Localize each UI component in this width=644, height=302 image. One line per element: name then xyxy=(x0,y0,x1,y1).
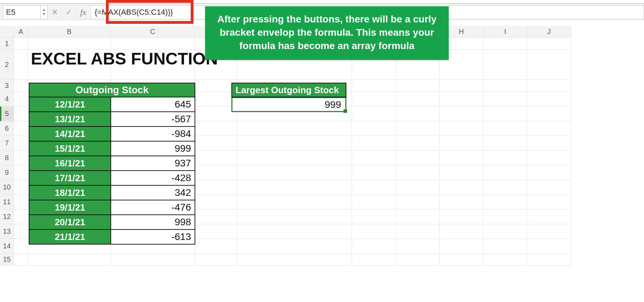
row-header-12[interactable]: 12 xyxy=(0,210,14,224)
cell-A8[interactable] xyxy=(14,151,28,165)
cell-I14[interactable] xyxy=(483,239,527,254)
cell-J15[interactable] xyxy=(527,254,571,266)
cell-J1[interactable] xyxy=(527,38,571,50)
cell-H7[interactable] xyxy=(440,136,483,151)
row-header-6[interactable]: 6 xyxy=(0,121,14,136)
column-header-I[interactable]: I xyxy=(483,26,527,38)
cell-F11[interactable] xyxy=(352,195,396,210)
cell-F15[interactable] xyxy=(352,254,396,266)
cell-D9[interactable] xyxy=(195,165,237,180)
cell-I10[interactable] xyxy=(483,180,527,195)
cell-J4[interactable] xyxy=(527,92,571,107)
cell-D11[interactable] xyxy=(195,195,237,210)
cell-F7[interactable] xyxy=(352,136,396,151)
cell-E11[interactable] xyxy=(237,195,352,210)
cell-A6[interactable] xyxy=(14,121,28,136)
cell-A2[interactable] xyxy=(14,50,28,80)
cell-J11[interactable] xyxy=(527,195,571,210)
cell-I7[interactable] xyxy=(483,136,527,151)
row-header-4[interactable]: 4 xyxy=(0,92,14,107)
cell-D12[interactable] xyxy=(195,210,237,224)
cell-A12[interactable] xyxy=(14,210,28,224)
row-header-9[interactable]: 9 xyxy=(0,165,14,180)
cell-J13[interactable] xyxy=(527,224,571,239)
cell-E7[interactable] xyxy=(237,136,352,151)
cell-I13[interactable] xyxy=(483,224,527,239)
row-header-11[interactable]: 11 xyxy=(0,195,14,210)
cell-A14[interactable] xyxy=(14,239,28,254)
cell-D3[interactable] xyxy=(195,80,237,92)
cell-G12[interactable] xyxy=(396,210,440,224)
cell-A3[interactable] xyxy=(14,80,28,92)
cell-A7[interactable] xyxy=(14,136,28,151)
cell-D8[interactable] xyxy=(195,151,237,165)
cell-I2[interactable] xyxy=(483,50,527,80)
select-all-corner[interactable] xyxy=(0,26,14,38)
row-header-8[interactable]: 8 xyxy=(0,151,14,165)
cell-D4[interactable] xyxy=(195,92,237,107)
cell-B1[interactable] xyxy=(28,38,111,50)
row-header-14[interactable]: 14 xyxy=(0,239,14,254)
cell-E13[interactable] xyxy=(237,224,352,239)
cell-G5[interactable] xyxy=(396,107,440,121)
cell-I11[interactable] xyxy=(483,195,527,210)
name-box[interactable]: E5 xyxy=(3,5,41,19)
row-header-13[interactable]: 13 xyxy=(0,224,14,239)
cell-J9[interactable] xyxy=(527,165,571,180)
cell-H5[interactable] xyxy=(440,107,483,121)
row-header-10[interactable]: 10 xyxy=(0,180,14,195)
cell-H11[interactable] xyxy=(440,195,483,210)
column-header-A[interactable]: A xyxy=(14,26,28,38)
cell-J3[interactable] xyxy=(527,80,571,92)
cell-F3[interactable] xyxy=(352,80,396,92)
cell-H9[interactable] xyxy=(440,165,483,180)
cell-I6[interactable] xyxy=(483,121,527,136)
cell-A10[interactable] xyxy=(14,180,28,195)
cell-J8[interactable] xyxy=(527,151,571,165)
cell-J7[interactable] xyxy=(527,136,571,151)
cell-F8[interactable] xyxy=(352,151,396,165)
cell-H10[interactable] xyxy=(440,180,483,195)
cell-G8[interactable] xyxy=(396,151,440,165)
row-header-5[interactable]: 5 xyxy=(0,107,14,121)
cell-F9[interactable] xyxy=(352,165,396,180)
cancel-formula-button[interactable]: ✕ xyxy=(48,5,62,19)
cell-I8[interactable] xyxy=(483,151,527,165)
cell-G4[interactable] xyxy=(396,92,440,107)
cell-D7[interactable] xyxy=(195,136,237,151)
cell-A11[interactable] xyxy=(14,195,28,210)
cell-J14[interactable] xyxy=(527,239,571,254)
cell-F10[interactable] xyxy=(352,180,396,195)
cell-I4[interactable] xyxy=(483,92,527,107)
cell-J5[interactable] xyxy=(527,107,571,121)
cell-B15[interactable] xyxy=(28,254,111,266)
cell-J2[interactable] xyxy=(527,50,571,80)
cell-H8[interactable] xyxy=(440,151,483,165)
row-header-1[interactable]: 1 xyxy=(0,38,14,50)
cell-G9[interactable] xyxy=(396,165,440,180)
cell-E9[interactable] xyxy=(237,165,352,180)
cell-A9[interactable] xyxy=(14,165,28,180)
cell-E12[interactable] xyxy=(237,210,352,224)
cell-G3[interactable] xyxy=(396,80,440,92)
row-header-15[interactable]: 15 xyxy=(0,254,14,266)
confirm-formula-button[interactable]: ✓ xyxy=(62,5,76,19)
row-header-2[interactable]: 2 xyxy=(0,50,14,80)
cell-D6[interactable] xyxy=(195,121,237,136)
cell-A13[interactable] xyxy=(14,224,28,239)
cell-G7[interactable] xyxy=(396,136,440,151)
formula-input[interactable]: {=MAX(ABS(C5:C14))} xyxy=(95,8,173,17)
cell-F14[interactable] xyxy=(352,239,396,254)
cell-H15[interactable] xyxy=(440,254,483,266)
cell-A5[interactable] xyxy=(14,107,28,121)
cell-J10[interactable] xyxy=(527,180,571,195)
cell-G14[interactable] xyxy=(396,239,440,254)
cell-H12[interactable] xyxy=(440,210,483,224)
column-header-C[interactable]: C xyxy=(111,26,195,38)
cell-G10[interactable] xyxy=(396,180,440,195)
cell-I1[interactable] xyxy=(483,38,527,50)
cell-I5[interactable] xyxy=(483,107,527,121)
cell-D5[interactable] xyxy=(195,107,237,121)
name-box-stepper[interactable]: ▲ ▼ xyxy=(41,5,48,19)
cell-G11[interactable] xyxy=(396,195,440,210)
